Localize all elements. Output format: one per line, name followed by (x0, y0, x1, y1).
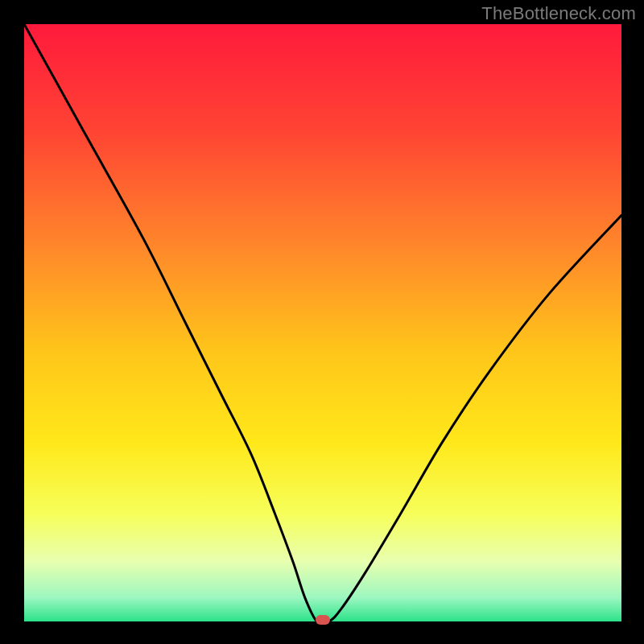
chart-background (24, 24, 621, 621)
chart-frame: TheBottleneck.com (0, 0, 644, 644)
bottleneck-chart (0, 0, 644, 644)
optimal-point-marker (316, 615, 330, 625)
watermark-text: TheBottleneck.com (481, 3, 636, 24)
